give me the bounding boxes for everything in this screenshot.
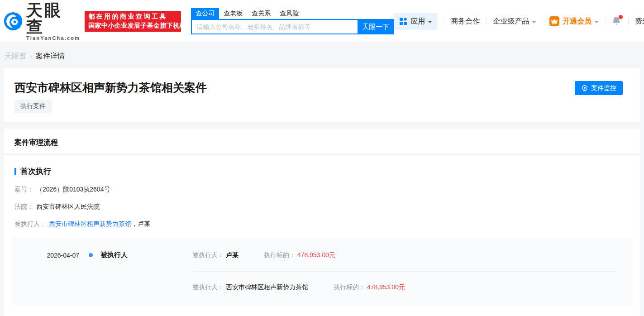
chevron-down-icon bbox=[428, 21, 432, 23]
person-pair: 被执行人： 卢某 bbox=[192, 251, 239, 259]
timeline-row: 被执行人： 西安市碑林区相声新势力茶馆 执行标的： 478,953.00元 bbox=[12, 259, 632, 292]
promo-banner: 都在用的商业查询工具 国家中小企业发展子基金旗下机构 bbox=[85, 11, 181, 32]
amount-pair: 执行标的： 478,953.00元 bbox=[334, 283, 405, 292]
search-button[interactable]: 天眼一下 bbox=[358, 19, 394, 34]
breadcrumb-home[interactable]: 天眼查 bbox=[5, 52, 26, 61]
chevron-down-icon bbox=[532, 21, 536, 23]
nav-apps[interactable]: 应用 bbox=[394, 13, 438, 30]
search-tab-risk[interactable]: 查风险 bbox=[275, 8, 303, 19]
executee-company-link[interactable]: 西安市碑林区相声新势力茶馆 bbox=[49, 220, 131, 228]
nav-cooperation[interactable]: 商务合作 bbox=[451, 17, 480, 26]
header-nav: 应用 商务合作 企业级产品 开通会员 bbox=[394, 13, 644, 30]
monitor-camera-icon bbox=[581, 85, 588, 92]
search-tab-boss[interactable]: 查老板 bbox=[219, 8, 247, 19]
search-input[interactable] bbox=[191, 19, 358, 34]
nav-separator bbox=[605, 18, 606, 25]
field-executee: 被执行人： 西安市碑林区相声新势力茶馆 ，卢某 bbox=[4, 220, 640, 228]
nav-apps-label: 应用 bbox=[410, 17, 425, 26]
promo-banner-line1: 都在用的商业查询工具 bbox=[88, 13, 177, 21]
breadcrumb-current: 案件详情 bbox=[36, 52, 65, 61]
nav-separator bbox=[486, 18, 487, 25]
field-value: 西安市碑林区人民法院 bbox=[36, 203, 100, 211]
field-label: 案号： bbox=[14, 186, 33, 194]
nav-user-menu[interactable]: 费米 bbox=[635, 17, 644, 26]
breadcrumb: 天眼查 › 案件详情 bbox=[0, 43, 644, 68]
person-company-link[interactable]: 西安市碑林区相声新势力茶馆 bbox=[226, 283, 308, 292]
section-title: 案件审理流程 bbox=[4, 129, 640, 155]
case-type-tag: 执行案件 bbox=[14, 100, 52, 113]
promo-banner-line2: 国家中小企业发展子基金旗下机构 bbox=[88, 22, 177, 30]
nav-username: 费米 bbox=[635, 17, 644, 26]
search-tab-company[interactable]: 查公司 bbox=[191, 8, 219, 19]
field-value: （2026）陕0103执2604号 bbox=[36, 186, 110, 194]
nav-open-vip-label: 开通会员 bbox=[563, 17, 592, 26]
timeline-row: 2026-04-07 被执行人 被执行人： 卢某 执行标的： 478,953.0… bbox=[12, 251, 632, 259]
notifications-bell[interactable] bbox=[612, 16, 622, 27]
case-monitor-label: 案件监控 bbox=[591, 84, 616, 92]
stage-accent-bar bbox=[14, 168, 16, 175]
top-header: 天眼查 TianYanCha.com 都在用的商业查询工具 国家中小企业发展子基… bbox=[0, 0, 644, 43]
amount-pair: 执行标的： 478,953.00元 bbox=[264, 251, 335, 259]
amount-label: 执行标的： bbox=[334, 283, 365, 292]
notification-dot bbox=[619, 15, 623, 19]
amount-label: 执行标的： bbox=[264, 251, 296, 259]
person-label: 被执行人： bbox=[192, 251, 224, 259]
tianyancha-logo-icon bbox=[4, 12, 23, 31]
field-case-number: 案号： （2026）陕0103执2604号 bbox=[4, 186, 640, 194]
tianyancha-logo[interactable]: 天眼查 TianYanCha.com bbox=[4, 2, 80, 41]
field-label: 被执行人： bbox=[14, 220, 46, 228]
amount-value: 478,953.00元 bbox=[367, 283, 405, 292]
timeline-dot-icon bbox=[89, 253, 93, 257]
case-title-card: 西安市碑林区相声新势力茶馆相关案件 执行案件 案件监控 bbox=[4, 68, 640, 122]
vip-crown-icon bbox=[549, 16, 559, 26]
search-tab-relation[interactable]: 查关系 bbox=[247, 8, 275, 19]
field-label: 法院： bbox=[14, 203, 33, 211]
search-module: 查公司 查老板 查关系 查风险 天眼一下 bbox=[191, 8, 394, 34]
breadcrumb-separator: › bbox=[30, 53, 32, 60]
case-process-card: 案件审理流程 首次执行 案号： （2026）陕0103执2604号 法院： 西安… bbox=[4, 129, 640, 316]
logo-brand: 天眼查 bbox=[26, 2, 80, 35]
nav-enterprise[interactable]: 企业级产品 bbox=[493, 17, 536, 26]
person-pair: 被执行人： 西安市碑林区相声新势力茶馆 bbox=[192, 283, 308, 292]
person-value: 卢某 bbox=[226, 251, 239, 259]
search-bar: 天眼一下 bbox=[191, 19, 394, 34]
nav-separator bbox=[543, 18, 543, 25]
page-title: 西安市碑林区相声新势力茶馆相关案件 bbox=[14, 81, 630, 94]
nav-separator bbox=[628, 18, 629, 25]
stage-header: 首次执行 bbox=[4, 155, 640, 177]
timeline-date: 2026-04-07 bbox=[12, 252, 79, 259]
search-tabs: 查公司 查老板 查关系 查风险 bbox=[191, 8, 394, 19]
nav-open-vip[interactable]: 开通会员 bbox=[549, 16, 599, 26]
field-court: 法院： 西安市碑林区人民法院 bbox=[4, 203, 640, 211]
logo-text: 天眼查 TianYanCha.com bbox=[26, 2, 80, 41]
executee-person: ，卢某 bbox=[131, 220, 150, 228]
timeline-node-title: 被执行人 bbox=[100, 251, 128, 259]
timeline-node: 2026-04-07 被执行人 bbox=[12, 251, 192, 259]
chevron-down-icon bbox=[594, 21, 599, 23]
nav-separator bbox=[444, 18, 444, 25]
nav-cooperation-label: 商务合作 bbox=[451, 17, 480, 26]
case-monitor-button[interactable]: 案件监控 bbox=[575, 81, 623, 95]
logo-domain: TianYanCha.com bbox=[26, 35, 80, 41]
amount-value: 478,953.00元 bbox=[297, 251, 335, 259]
case-timeline: 2026-04-07 被执行人 被执行人： 卢某 执行标的： 478,953.0… bbox=[12, 238, 632, 305]
apps-grid-icon bbox=[399, 17, 407, 25]
nav-enterprise-label: 企业级产品 bbox=[493, 17, 529, 26]
stage-title: 首次执行 bbox=[20, 166, 51, 177]
timeline-detail: 被执行人： 西安市碑林区相声新势力茶馆 执行标的： 478,953.00元 bbox=[192, 271, 618, 292]
person-label: 被执行人： bbox=[192, 283, 224, 292]
timeline-detail: 被执行人： 卢某 执行标的： 478,953.00元 bbox=[192, 251, 618, 259]
timeline-node-spacer bbox=[12, 259, 192, 292]
